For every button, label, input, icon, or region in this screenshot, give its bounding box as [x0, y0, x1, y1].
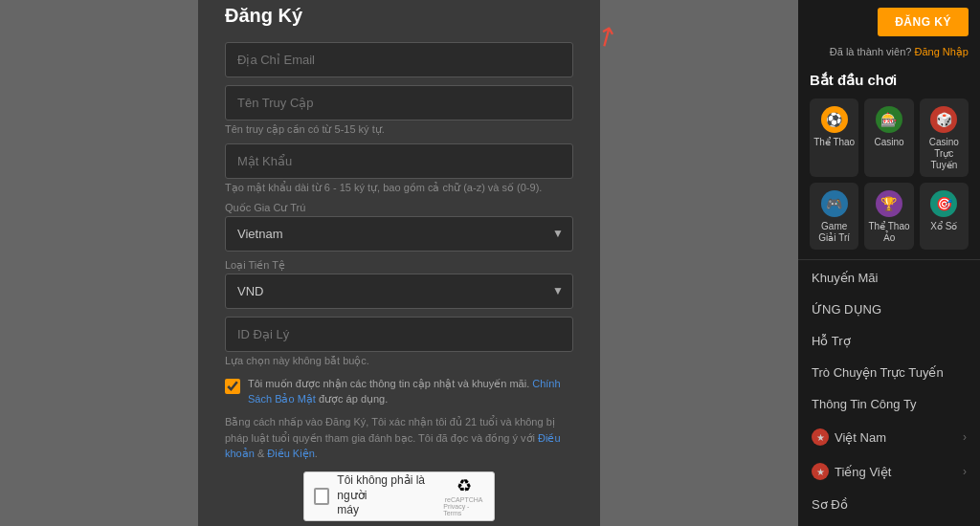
- agent-field[interactable]: [225, 317, 573, 352]
- login-link[interactable]: Đăng Nhập: [914, 46, 969, 57]
- password-group: Tạo mật khẩu dài từ 6 - 15 ký tự, bao gồ…: [225, 143, 573, 194]
- password-field[interactable]: [225, 143, 573, 179]
- password-hint: Tạo mật khẩu dài từ 6 - 15 ký tự, bao gồ…: [225, 182, 573, 194]
- menu-item-tro-chuyen[interactable]: Trò Chuyện Trực Tuyến: [798, 357, 980, 388]
- captcha-label: Tôi không phải là ngườimáy: [337, 473, 443, 518]
- menu-item-tieng-viet[interactable]: ★ Tiếng Việt ›: [798, 454, 980, 489]
- username-group: Tên truy cập cần có từ 5-15 ký tự.: [225, 85, 573, 136]
- the-thao-icon: ⚽: [821, 106, 848, 133]
- thong-tin-label: Thông Tin Công Ty: [812, 397, 917, 411]
- agent-hint: Lựa chọn này không bắt buộc.: [225, 355, 573, 367]
- menu-item-khuyen-mai[interactable]: Khuyến Mãi: [798, 262, 980, 294]
- recaptcha-icon: ♻: [457, 475, 472, 496]
- recaptcha-subtext: Privacy - Terms: [443, 503, 484, 516]
- tro-chuyen-label: Trò Chuyện Trực Tuyến: [812, 365, 944, 380]
- tieng-viet-arrow-icon: ›: [963, 465, 967, 478]
- tieng-viet-flag-icon: ★: [812, 463, 829, 480]
- member-text: Đã là thành viên?: [830, 46, 912, 57]
- tieng-viet-label: Tiếng Việt: [835, 465, 891, 479]
- xo-so-icon: 🎯: [930, 190, 957, 217]
- currency-label: Loại Tiền Tệ: [225, 259, 573, 272]
- menu-item-ho-tro[interactable]: Hỗ Trợ: [798, 325, 980, 357]
- game-giai-tri-label: Game Giải Trí: [813, 221, 855, 244]
- so-do-label: Sơ Đồ: [812, 497, 848, 512]
- captcha-check: Tôi không phải là ngườimáy: [314, 473, 443, 518]
- newsletter-label: Tôi muốn được nhận các thông tin cập nhậ…: [248, 377, 573, 406]
- sidebar-header: ĐĂNG KÝ: [798, 0, 980, 44]
- agent-group: Lựa chọn này không bắt buộc.: [225, 317, 573, 367]
- game-item-the-thao[interactable]: ⚽ Thể Thao: [810, 99, 858, 177]
- country-label: Quốc Gia Cư Trú: [225, 202, 573, 214]
- the-thao-ao-label: Thể Thao Ảo: [868, 221, 909, 244]
- game-giai-tri-icon: 🎮: [821, 190, 848, 217]
- menu-item-viet-nam[interactable]: ★ Việt Nam ›: [798, 420, 980, 454]
- email-group: [225, 42, 573, 77]
- casino-label: Casino: [874, 137, 903, 148]
- currency-select[interactable]: VND: [225, 274, 573, 309]
- divider-1: [798, 259, 980, 260]
- game-item-game-giai-tri[interactable]: 🎮 Game Giải Trí: [810, 183, 858, 250]
- viet-nam-label: Việt Nam: [835, 430, 886, 445]
- game-item-casino[interactable]: 🎰 Casino: [864, 99, 913, 177]
- login-text: Đã là thành viên? Đăng Nhập: [798, 44, 980, 64]
- country-select[interactable]: Vietnam: [225, 216, 573, 252]
- captcha-box[interactable]: Tôi không phải là ngườimáy ♻ reCAPTCHA P…: [303, 471, 495, 521]
- game-grid: ⚽ Thể Thao 🎰 Casino 🎲 Casino Trực Tuyến …: [798, 95, 980, 257]
- recaptcha-text: reCAPTCHA: [445, 496, 483, 503]
- casino-truc-tuyen-label: Casino Trực Tuyến: [924, 137, 965, 171]
- sidebar: ĐĂNG KÝ Đã là thành viên? Đăng Nhập Bắt …: [798, 0, 980, 526]
- menu-item-so-do[interactable]: Sơ Đồ: [798, 489, 980, 520]
- register-button[interactable]: ĐĂNG KÝ: [878, 8, 969, 36]
- game-item-xo-so[interactable]: 🎯 Xổ Số: [920, 183, 969, 250]
- viet-nam-arrow-icon: ›: [963, 430, 967, 444]
- game-item-casino-truc-tuyen[interactable]: 🎲 Casino Trực Tuyến: [920, 99, 969, 177]
- captcha-checkbox[interactable]: [314, 488, 329, 505]
- email-field[interactable]: [225, 42, 573, 77]
- tieng-viet-flag-group: ★ Tiếng Việt: [812, 463, 891, 480]
- main-area: Đăng Ký Tên truy cập cần có từ 5-15 ký t…: [0, 0, 798, 526]
- captcha-row: Tôi không phải là ngườimáy ♻ reCAPTCHA P…: [225, 471, 573, 521]
- game-item-the-thao-ao[interactable]: 🏆 Thể Thao Ảo: [864, 183, 913, 250]
- section-title: Bắt đầu chơi: [798, 64, 980, 95]
- username-field[interactable]: [225, 85, 573, 121]
- terms-text: Bằng cách nhấp vào Đăng Ký, Tôi xác nhận…: [225, 414, 573, 462]
- registration-form: Đăng Ký Tên truy cập cần có từ 5-15 ký t…: [198, 0, 600, 526]
- captcha-logo: ♻ reCAPTCHA Privacy - Terms: [443, 475, 484, 516]
- country-wrapper: Quốc Gia Cư Trú Vietnam ▼: [225, 202, 573, 252]
- the-thao-ao-icon: 🏆: [876, 190, 902, 217]
- xo-so-label: Xổ Số: [930, 221, 957, 232]
- privacy-link[interactable]: Chính Sách Bảo Mật: [248, 378, 561, 404]
- conditions-link[interactable]: Điều Kiện: [267, 448, 314, 459]
- currency-wrapper: Loại Tiền Tệ VND ▼: [225, 259, 573, 309]
- casino-icon: 🎰: [876, 106, 902, 133]
- viet-nam-flag-group: ★ Việt Nam: [812, 428, 886, 446]
- username-hint: Tên truy cập cần có từ 5-15 ký tự.: [225, 123, 573, 136]
- casino-truc-tuyen-icon: 🎲: [930, 106, 957, 133]
- ho-tro-label: Hỗ Trợ: [812, 334, 851, 348]
- menu-item-thong-tin[interactable]: Thông Tin Công Ty: [798, 388, 980, 420]
- viet-nam-flag-icon: ★: [812, 428, 829, 446]
- newsletter-checkbox[interactable]: [225, 379, 240, 394]
- newsletter-checkbox-row: Tôi muốn được nhận các thông tin cập nhậ…: [225, 377, 573, 406]
- the-thao-label: Thể Thao: [813, 137, 855, 148]
- khuyen-mai-label: Khuyến Mãi: [812, 271, 878, 285]
- form-title: Đăng Ký: [225, 5, 573, 27]
- ung-dung-label: ỨNG DỤNG: [812, 302, 881, 317]
- menu-item-ung-dung[interactable]: ỨNG DỤNG: [798, 294, 980, 325]
